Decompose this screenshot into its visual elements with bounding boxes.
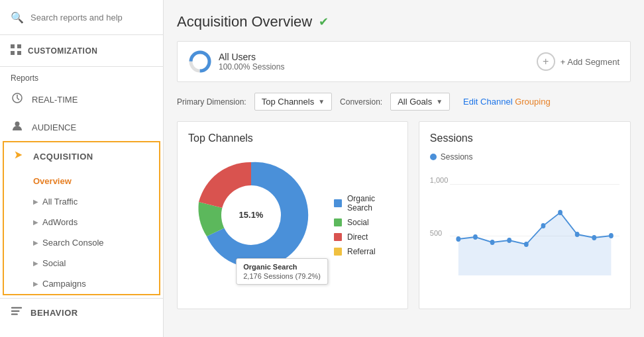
primary-dim-value: Top Channels <box>262 97 315 107</box>
social-label: Social <box>42 258 66 268</box>
chevron-icon: ▶ <box>33 260 38 267</box>
behavior-label: BEHAVIOR <box>30 308 78 318</box>
top-channels-card: Top Channels 15.1% <box>177 121 408 309</box>
edit-label2: Grouping <box>515 97 550 107</box>
sessions-legend: Sessions <box>430 152 619 162</box>
sessions-legend-label: Sessions <box>441 152 473 162</box>
chart-dot <box>558 210 563 215</box>
sidebar: 🔍 CUSTOMIZATION Reports REAL-TIME AUDI <box>0 0 164 337</box>
sidebar-item-overview[interactable]: Overview <box>4 171 159 191</box>
search-icon: 🔍 <box>11 11 24 24</box>
edit-channel-grouping[interactable]: Edit Channel Grouping <box>463 97 551 107</box>
chart-dot <box>473 234 478 240</box>
add-segment-button[interactable]: + + Add Segment <box>537 52 619 71</box>
y-label-1000: 1,000 <box>430 176 449 184</box>
conversion-value: All Goals <box>398 97 432 107</box>
chart-fill <box>458 213 612 275</box>
all-traffic-label: All Traffic <box>42 197 78 207</box>
pie-chart: 15.1% Organic Search 2,176 Sessions (79.… <box>188 152 321 298</box>
search-input[interactable] <box>30 13 152 23</box>
chevron-icon: ▶ <box>33 239 38 246</box>
sidebar-search[interactable]: 🔍 <box>0 0 163 35</box>
svg-rect-8 <box>11 311 20 312</box>
acquisition-icon <box>12 149 25 164</box>
edit-label: Edit Channel <box>463 97 512 107</box>
adwords-label: AdWords <box>42 217 78 227</box>
chart-dot <box>609 233 614 238</box>
legend-label-direct: Direct <box>347 232 368 242</box>
chart-dot <box>507 238 511 243</box>
chart-dot <box>490 240 494 245</box>
all-users-segment[interactable]: All Users 100.00% Sessions <box>188 50 284 73</box>
page-title-row: Acquisition Overview ✔ <box>177 13 631 30</box>
legend-label-referral: Referral <box>347 247 376 256</box>
reports-section-label: Reports <box>0 67 163 85</box>
customization-label: CUSTOMIZATION <box>28 46 97 56</box>
page-title: Acquisition Overview <box>177 13 312 30</box>
sidebar-item-acquisition[interactable]: ACQUISITION <box>4 142 159 171</box>
dimension-row: Primary Dimension: Top Channels ▼ Conver… <box>177 93 631 111</box>
legend-dot-referral <box>334 248 342 256</box>
sidebar-item-realtime[interactable]: REAL-TIME <box>0 85 163 113</box>
verified-icon: ✔ <box>319 15 329 29</box>
search-console-label: Search Console <box>42 238 104 248</box>
legend-item-referral: Referral <box>334 247 397 256</box>
segment-bar: All Users 100.00% Sessions + + Add Segme… <box>177 41 631 82</box>
line-chart-area: 1,000 500 <box>430 169 619 289</box>
add-segment-label: + Add Segment <box>561 57 619 67</box>
svg-marker-6 <box>15 152 23 159</box>
svg-rect-0 <box>11 44 15 48</box>
customization-nav-item[interactable]: CUSTOMIZATION <box>0 35 163 67</box>
realtime-icon <box>11 92 24 107</box>
chart-dot <box>575 232 580 237</box>
chart-dot <box>456 236 460 242</box>
conversion-label: Conversion: <box>340 97 382 107</box>
overview-label: Overview <box>33 176 72 186</box>
pie-tooltip: Organic Search 2,176 Sessions (79.2%) <box>236 258 328 285</box>
grid-icon <box>11 44 21 57</box>
line-chart-svg <box>450 176 619 282</box>
svg-rect-2 <box>11 51 15 55</box>
primary-dim-chevron: ▼ <box>318 98 325 105</box>
audience-label: AUDIENCE <box>32 122 76 132</box>
primary-dimension-dropdown[interactable]: Top Channels ▼ <box>254 93 332 111</box>
primary-dim-label: Primary Dimension: <box>177 97 246 107</box>
sidebar-item-audience[interactable]: AUDIENCE <box>0 113 163 141</box>
legend-label-social: Social <box>347 218 369 227</box>
campaigns-label: Campaigns <box>42 279 86 289</box>
chart-dot <box>592 235 596 240</box>
legend-item-direct: Direct <box>334 232 397 242</box>
sessions-card: Sessions Sessions 1,000 500 <box>419 121 631 309</box>
pie-legend: Organic Search Social Direct Referral <box>334 194 397 256</box>
chevron-icon: ▶ <box>33 198 38 205</box>
legend-dot-organic <box>334 199 342 207</box>
chevron-icon: ▶ <box>33 280 38 287</box>
top-channels-title: Top Channels <box>188 132 397 144</box>
audience-icon <box>11 120 24 134</box>
charts-row: Top Channels 15.1% <box>177 121 631 309</box>
sidebar-item-campaigns[interactable]: ▶ Campaigns <box>4 273 159 294</box>
conversion-dropdown[interactable]: All Goals ▼ <box>390 93 450 111</box>
sidebar-item-all-traffic[interactable]: ▶ All Traffic <box>4 191 159 212</box>
sidebar-item-behavior[interactable]: BEHAVIOR <box>0 298 163 326</box>
segment-sessions: 100.00% Sessions <box>219 62 284 72</box>
segment-name: All Users <box>219 52 284 62</box>
legend-dot-social <box>334 218 342 226</box>
sidebar-item-adwords[interactable]: ▶ AdWords <box>4 212 159 232</box>
legend-label-organic: Organic Search <box>347 194 397 213</box>
svg-rect-3 <box>17 51 21 55</box>
legend-dot-direct <box>334 233 342 241</box>
sidebar-item-social[interactable]: ▶ Social <box>4 253 159 273</box>
legend-item-organic: Organic Search <box>334 194 397 213</box>
sidebar-item-search-console[interactable]: ▶ Search Console <box>4 232 159 253</box>
acquisition-sub-nav: Overview ▶ All Traffic ▶ AdWords ▶ Searc… <box>4 171 159 294</box>
svg-point-5 <box>15 122 20 126</box>
add-segment-circle: + <box>537 52 555 71</box>
tooltip-title: Organic Search <box>243 263 321 271</box>
chevron-icon: ▶ <box>33 218 38 226</box>
sessions-title: Sessions <box>430 132 619 144</box>
y-label-500: 500 <box>430 229 442 237</box>
donut-icon <box>188 50 212 73</box>
acquisition-label: ACQUISITION <box>33 152 93 162</box>
pie-center-label: 15.1% <box>239 210 264 220</box>
